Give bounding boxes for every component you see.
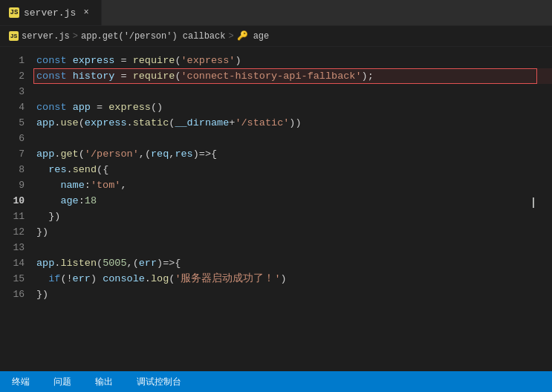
tab-bar: JS server.js × (0, 0, 552, 26)
status-problems[interactable]: 问题 (49, 376, 76, 388)
code-line-9: name:'tom', (33, 177, 552, 193)
code-line-13 (33, 240, 552, 255)
breadcrumb-sep1: > (73, 31, 78, 42)
line-num-13: 13 (0, 240, 25, 255)
line-num-10: 10 (0, 193, 25, 209)
status-output[interactable]: 输出 (91, 376, 117, 388)
breadcrumb-sep2: > (228, 31, 233, 42)
line-num-9: 9 (0, 177, 25, 193)
line-num-15: 15 (0, 271, 25, 287)
status-debug-console[interactable]: 调试控制台 (132, 376, 186, 388)
breadcrumb-file-icon: JS (9, 31, 19, 41)
code-line-12: }) (33, 224, 552, 240)
code-line-6 (33, 131, 552, 146)
code-line-2: const history = require('connect-history… (33, 68, 552, 84)
editor: 1 2 3 4 5 6 7 8 9 10 11 12 13 14 15 16 c… (0, 47, 552, 371)
line-num-14: 14 (0, 255, 25, 271)
text-cursor (532, 195, 534, 211)
line-num-1: 1 (0, 53, 25, 68)
line-num-8: 8 (0, 162, 25, 177)
js-file-icon: JS (9, 7, 19, 18)
line-num-4: 4 (0, 99, 25, 115)
status-bar: 终端 问题 输出 调试控制台 (0, 371, 552, 392)
line-num-7: 7 (0, 146, 25, 162)
code-line-7: app.get('/person',(req,res)=>{ (33, 146, 552, 162)
code-line-3 (33, 84, 552, 99)
code-line-14: app.listen(5005,(err)=>{ (33, 255, 552, 271)
line-num-5: 5 (0, 115, 25, 131)
breadcrumb-file[interactable]: server.js (22, 31, 70, 42)
line-num-16: 16 (0, 287, 25, 302)
breadcrumb-key-icon: 🔑 (237, 30, 248, 42)
line-num-12: 12 (0, 224, 25, 240)
code-line-1: const express = require('express') (33, 53, 552, 68)
status-terminal[interactable]: 终端 (7, 376, 34, 388)
code-line-5: app.use(express.static(__dirname+'/stati… (33, 115, 552, 131)
line-num-11: 11 (0, 209, 25, 224)
code-line-4: const app = express() (33, 99, 552, 115)
line-num-6: 6 (0, 131, 25, 146)
breadcrumb-callback[interactable]: app.get('/person') callback (81, 31, 225, 42)
code-line-8: res.send({ (33, 162, 552, 177)
code-area[interactable]: const express = require('express') const… (33, 47, 552, 371)
line-num-2: 2 (0, 68, 25, 84)
line-num-3: 3 (0, 84, 25, 99)
tab-close-button[interactable]: × (80, 7, 92, 19)
code-line-16: }) (33, 287, 552, 302)
code-line-11: }) (33, 209, 552, 224)
breadcrumb: JS server.js > app.get('/person') callba… (0, 26, 552, 47)
code-line-10: age:18 (33, 193, 552, 209)
tab-title: server.js (24, 7, 76, 19)
line-numbers: 1 2 3 4 5 6 7 8 9 10 11 12 13 14 15 16 (0, 47, 33, 371)
code-line-15: if(!err) console.log('服务器启动成功了！') (33, 271, 552, 287)
breadcrumb-age[interactable]: age (253, 31, 270, 42)
tab-server-js[interactable]: JS server.js × (0, 0, 102, 25)
